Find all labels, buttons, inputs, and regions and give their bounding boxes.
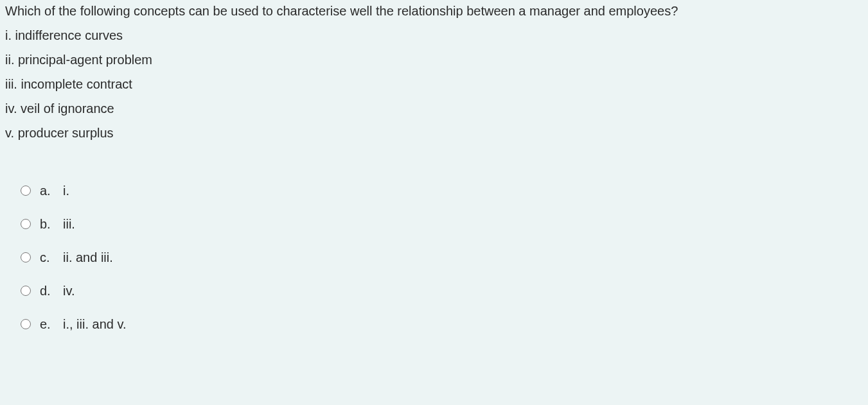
option-letter: b.: [40, 214, 63, 234]
concept-item: i. indifference curves: [5, 24, 863, 45]
concept-list: i. indifference curves ii. principal-age…: [5, 24, 863, 142]
concept-item: ii. principal-agent problem: [5, 49, 863, 69]
question-prompt: Which of the following concepts can be u…: [5, 1, 863, 21]
radio-d[interactable]: [21, 286, 31, 296]
concept-item: v. producer surplus: [5, 122, 863, 142]
option-text: iv.: [63, 281, 75, 300]
radio-c[interactable]: [21, 252, 31, 263]
concept-item: iv. veil of ignorance: [5, 98, 863, 118]
option-b[interactable]: b. iii.: [21, 214, 863, 234]
concept-item: iii. incomplete contract: [5, 73, 863, 94]
option-a[interactable]: a. i.: [21, 181, 863, 200]
radio-b[interactable]: [21, 219, 31, 229]
option-text: i., iii. and v.: [63, 315, 127, 334]
radio-e[interactable]: [21, 319, 31, 329]
option-c[interactable]: c. ii. and iii.: [21, 248, 863, 267]
question-container: Which of the following concepts can be u…: [0, 1, 868, 334]
option-d[interactable]: d. iv.: [21, 281, 863, 300]
option-text: ii. and iii.: [63, 248, 113, 267]
option-e[interactable]: e. i., iii. and v.: [21, 315, 863, 334]
options-container: a. i. b. iii. c. ii. and iii. d. iv. e. …: [5, 181, 863, 334]
radio-a[interactable]: [21, 185, 31, 196]
option-letter: a.: [40, 181, 63, 200]
option-letter: c.: [40, 248, 63, 267]
option-letter: e.: [40, 315, 63, 334]
option-letter: d.: [40, 281, 63, 300]
option-text: iii.: [63, 214, 75, 234]
option-text: i.: [63, 181, 69, 200]
